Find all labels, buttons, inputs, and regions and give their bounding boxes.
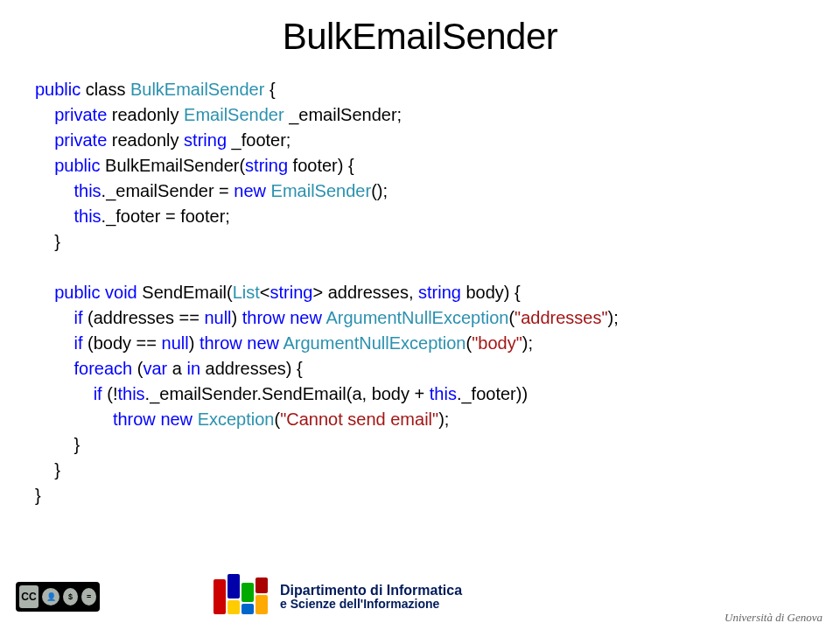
keyword: public bbox=[35, 80, 80, 99]
cc-text: 👤 bbox=[42, 588, 60, 606]
code-block: public class BulkEmailSender { private r… bbox=[35, 77, 805, 508]
cc-nd-icon: = bbox=[81, 588, 96, 606]
university-label: Università di Genova bbox=[724, 611, 822, 625]
cc-license-badge: CC 👤 $ = bbox=[16, 582, 100, 612]
slide-footer: CC 👤 $ = Dipartimento di Informatica e S… bbox=[0, 567, 840, 630]
disi-line2: e Scienze dell'Informazione bbox=[280, 598, 462, 611]
cc-by-icon: 👤 bbox=[42, 588, 60, 606]
disi-branding: Dipartimento di Informatica e Scienze de… bbox=[214, 574, 462, 620]
disi-line1: Dipartimento di Informatica bbox=[280, 583, 462, 598]
slide-title: BulkEmailSender bbox=[35, 16, 805, 58]
type: BulkEmailSender bbox=[130, 80, 264, 99]
cc-nc-icon: $ bbox=[63, 588, 78, 606]
disi-logo-icon bbox=[214, 574, 271, 620]
slide: BulkEmailSender public class BulkEmailSe… bbox=[0, 0, 840, 630]
disi-text: Dipartimento di Informatica e Scienze de… bbox=[280, 583, 462, 612]
cc-logo-icon: CC bbox=[19, 585, 38, 608]
